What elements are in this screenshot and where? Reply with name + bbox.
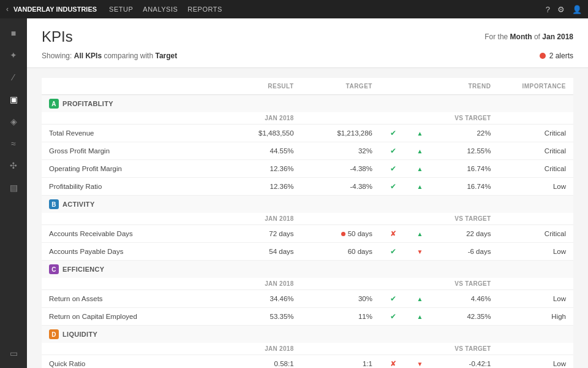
- row-arrow-cell: ▲: [407, 160, 434, 178]
- row-ok-cell: ✔: [380, 160, 407, 178]
- arrow-up-icon: ▲: [417, 183, 423, 190]
- sidebar-dashboard-icon[interactable]: ■: [2, 23, 24, 43]
- row-target: 1:1: [301, 355, 380, 369]
- sidebar-graph-icon[interactable]: ≈: [2, 134, 24, 153]
- help-icon[interactable]: ?: [546, 5, 550, 14]
- comparing-label: comparing with: [104, 52, 153, 60]
- row-importance: Critical: [498, 160, 573, 178]
- row-importance: Low: [498, 290, 573, 308]
- table-row[interactable]: Return on Assets 34.46% 30% ✔ ▲ 4.46% Lo…: [42, 290, 573, 308]
- table-row[interactable]: Quick Ratio 0.58:1 1:1 ✘ ▼ -0.42:1 Low: [42, 355, 573, 369]
- sidebar-grid-icon[interactable]: ▤: [2, 178, 24, 197]
- ok-icon: ✔: [390, 129, 396, 137]
- row-importance: Critical: [498, 125, 573, 142]
- row-trend-value: -6 days: [433, 243, 498, 261]
- row-importance: Critical: [498, 225, 573, 243]
- sidebar-file-icon[interactable]: ▭: [2, 343, 24, 363]
- table-row[interactable]: Accounts Payable Days 54 days 60 days ✔ …: [42, 243, 573, 261]
- row-result: 54 days: [214, 243, 301, 261]
- col-header-ok: [380, 78, 407, 95]
- row-arrow-cell: ▲: [407, 125, 434, 142]
- showing-text: Showing: All KPIs comparing with Target: [42, 52, 177, 60]
- section-badge-C: C: [49, 264, 59, 274]
- row-name: Accounts Payable Days: [42, 243, 214, 261]
- table-row[interactable]: Gross Profit Margin 44.55% 32% ✔ ▲ 12.55…: [42, 142, 573, 160]
- row-name: Accounts Receivable Days: [42, 225, 214, 243]
- alert-dot: [540, 53, 546, 59]
- row-arrow-cell: ▲: [407, 225, 434, 243]
- sub-col-importance: [498, 278, 573, 290]
- nav-analysis[interactable]: ANALYSIS: [143, 6, 178, 13]
- sub-col-trend: vs TARGET: [433, 278, 498, 290]
- sub-col-target: [301, 278, 380, 290]
- row-target: 60 days: [301, 243, 380, 261]
- row-target: 30%: [301, 290, 380, 308]
- all-kpis-label: All KPIs: [74, 52, 102, 60]
- arrow-up-icon: ▲: [417, 313, 423, 320]
- nav-setup[interactable]: SETUP: [109, 6, 133, 13]
- section-badge-B: B: [49, 199, 59, 209]
- alerts-indicator: 2 alerts: [540, 52, 573, 60]
- table-row[interactable]: Total Revenue $1,483,550 $1,213,286 ✔ ▲ …: [42, 125, 573, 142]
- sub-col-name: [42, 278, 214, 290]
- sidebar-tools-icon[interactable]: ✣: [2, 156, 24, 175]
- row-target: -4.38%: [301, 178, 380, 196]
- row-target: 11%: [301, 308, 380, 326]
- section-badge-D: D: [49, 329, 59, 339]
- user-icon[interactable]: 👤: [572, 5, 582, 14]
- sub-header-row-A: JAN 2018 vs TARGET: [42, 112, 573, 125]
- sub-col-target: [301, 343, 380, 355]
- row-importance: Critical: [498, 142, 573, 160]
- sub-col-name: [42, 213, 214, 225]
- row-name: Operating Profit Margin: [42, 160, 214, 178]
- section-row-D: DLIQUIDITY: [42, 326, 573, 343]
- nav-reports[interactable]: REPORTS: [187, 6, 222, 13]
- row-importance: Low: [498, 178, 573, 196]
- alerts-count: 2 alerts: [549, 52, 573, 60]
- row-importance: High: [498, 308, 573, 326]
- table-row[interactable]: Return on Capital Employed 53.35% 11% ✔ …: [42, 308, 573, 326]
- row-alert-dot: [341, 232, 345, 236]
- for-label: For the: [484, 33, 508, 41]
- top-navbar: ‹ VANDERLAY INDUSTRIES SETUP ANALYSIS RE…: [0, 0, 588, 18]
- row-result: 34.46%: [214, 290, 301, 308]
- row-ok-cell: ✔: [380, 178, 407, 196]
- sub-col-ok-icon: [380, 112, 407, 125]
- row-trend-value: 4.46%: [433, 290, 498, 308]
- row-trend-value: -0.42:1: [433, 355, 498, 369]
- sub-col-ok-icon: [380, 343, 407, 355]
- month-label[interactable]: Month: [510, 33, 532, 41]
- page-title: KPIs: [42, 28, 73, 45]
- row-ok-cell: ✔: [380, 290, 407, 308]
- table-header-row: RESULT TARGET TREND IMPORTANCE: [42, 78, 573, 95]
- row-result: 72 days: [214, 225, 301, 243]
- header-meta: For the Month of Jan 2018: [484, 33, 573, 41]
- back-arrow[interactable]: ‹: [6, 5, 9, 13]
- row-result: 53.35%: [214, 308, 301, 326]
- sidebar-filter-icon[interactable]: ◈: [2, 112, 24, 131]
- sidebar-people-icon[interactable]: ✦: [2, 45, 24, 65]
- page-header: KPIs For the Month of Jan 2018 Showing: …: [27, 18, 588, 68]
- row-trend-value: 16.74%: [433, 160, 498, 178]
- row-ok-cell: ✔: [380, 125, 407, 142]
- row-arrow-cell: ▼: [407, 243, 434, 261]
- sidebar-chart-icon[interactable]: ∕: [2, 67, 24, 87]
- sidebar-kpi-icon[interactable]: ▣: [2, 90, 24, 109]
- sub-col-arrow-icon: [407, 213, 434, 225]
- date-label[interactable]: Jan 2018: [542, 33, 573, 41]
- arrow-down-icon: ▼: [417, 361, 423, 367]
- settings-icon[interactable]: ⚙: [557, 5, 565, 14]
- arrow-up-icon: ▲: [417, 130, 423, 137]
- row-target: 32%: [301, 142, 380, 160]
- table-row[interactable]: Accounts Receivable Days 72 days 50 days…: [42, 225, 573, 243]
- table-row[interactable]: Operating Profit Margin 12.36% -4.38% ✔ …: [42, 160, 573, 178]
- section-badge-A: A: [49, 99, 59, 109]
- sub-col-trend: vs TARGET: [433, 213, 498, 225]
- ok-icon: ✔: [390, 147, 396, 155]
- arrow-up-icon: ▲: [417, 296, 423, 302]
- company-name: VANDERLAY INDUSTRIES: [13, 6, 97, 13]
- bad-icon: ✘: [390, 229, 396, 238]
- nav-right-icons: ? ⚙ 👤: [546, 5, 582, 14]
- table-row[interactable]: Profitability Ratio 12.36% -4.38% ✔ ▲ 16…: [42, 178, 573, 196]
- col-header-name: [42, 78, 214, 95]
